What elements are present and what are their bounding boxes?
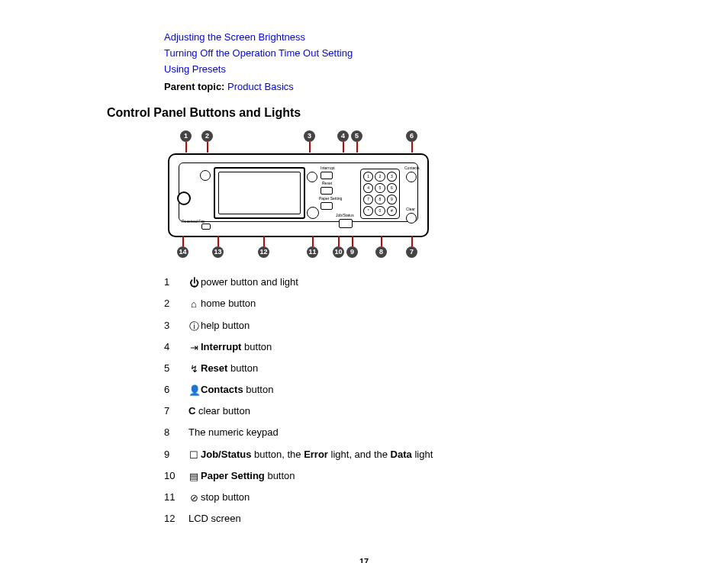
job-label: Job/Status bbox=[336, 213, 354, 218]
lcd-screen bbox=[214, 167, 305, 219]
legend-row: 2⌂home button bbox=[164, 297, 682, 310]
callout-7: 7 bbox=[406, 236, 417, 258]
callout-1: 1 bbox=[180, 130, 192, 153]
interrupt-label: Interrupt bbox=[321, 166, 335, 171]
parent-topic-label: Parent topic: bbox=[164, 81, 224, 92]
legend-number: 5 bbox=[164, 362, 188, 375]
legend-icon: ⏻ bbox=[188, 276, 199, 290]
link-presets[interactable]: Using Presets bbox=[164, 63, 682, 76]
callout-11: 11 bbox=[307, 236, 318, 258]
legend-number: 12 bbox=[164, 512, 188, 526]
legend-text: ↯Reset button bbox=[188, 362, 258, 375]
interrupt-btn bbox=[321, 172, 333, 179]
legend-row: 12LCD screen bbox=[164, 512, 682, 526]
legend-text: ⌂home button bbox=[188, 297, 256, 310]
callout-10: 10 bbox=[333, 236, 344, 258]
legend-row: 5↯Reset button bbox=[164, 362, 682, 375]
callout-12: 12 bbox=[258, 236, 269, 258]
legend-row: 6👤Contacts button bbox=[164, 383, 682, 397]
paper-btn bbox=[321, 202, 333, 210]
legend-icon: ⇥ bbox=[188, 341, 199, 355]
legend-text: ⏻power button and light bbox=[188, 275, 298, 289]
legend-text: 👤Contacts button bbox=[188, 383, 273, 397]
legend-row: 7C clear button bbox=[164, 404, 682, 418]
clear-btn bbox=[406, 213, 417, 224]
callout-14: 14 bbox=[177, 236, 188, 258]
callout-2: 2 bbox=[201, 130, 213, 153]
callout-6: 6 bbox=[406, 130, 417, 153]
legend-text: ▤Paper Setting button bbox=[188, 469, 295, 483]
legend-number: 9 bbox=[164, 448, 188, 462]
legend-icon: ⌂ bbox=[188, 298, 199, 311]
legend-number: 6 bbox=[164, 383, 188, 397]
parent-topic: Parent topic: Product Basics bbox=[164, 80, 682, 94]
parent-topic-link[interactable]: Product Basics bbox=[227, 81, 294, 92]
legend-row: 1⏻power button and light bbox=[164, 275, 682, 289]
legend-row: 11⊘stop button bbox=[164, 491, 682, 504]
legend-text: ⓘhelp button bbox=[188, 319, 250, 333]
legend-number: 2 bbox=[164, 297, 188, 310]
legend-icon: ⓘ bbox=[188, 320, 199, 333]
page-number: 17 bbox=[46, 556, 682, 563]
callout-4: 4 bbox=[337, 130, 349, 153]
legend-list: 1⏻power button and light2⌂home button3ⓘh… bbox=[164, 275, 682, 526]
legend-number: 1 bbox=[164, 275, 188, 289]
legend-text: C clear button bbox=[188, 404, 250, 418]
legend-text: LCD screen bbox=[188, 512, 241, 526]
legend-text: The numeric keypad bbox=[188, 426, 279, 439]
callout-13: 13 bbox=[212, 236, 224, 258]
panel-frame: Interrupt Reset Paper Setting Job/Status… bbox=[168, 153, 429, 237]
legend-icon: 👤 bbox=[188, 384, 199, 397]
legend-row: 4⇥Interrupt button bbox=[164, 340, 682, 354]
legend-number: 7 bbox=[164, 404, 188, 418]
legend-number: 4 bbox=[164, 340, 188, 354]
received-light bbox=[201, 224, 211, 230]
contacts-label: Contacts bbox=[404, 166, 420, 171]
legend-text: ⇥Interrupt button bbox=[188, 340, 272, 354]
reset-label: Reset bbox=[322, 181, 332, 186]
legend-icon: ⊘ bbox=[188, 491, 199, 505]
callout-5: 5 bbox=[351, 130, 362, 153]
clear-label: Clear bbox=[406, 207, 415, 212]
control-panel-diagram: 1 2 3 4 5 6 Interrupt Reset Paper Settin… bbox=[168, 130, 682, 260]
legend-text: ☐Job/Status button, the Error light, and… bbox=[188, 448, 433, 462]
legend-number: 10 bbox=[164, 469, 188, 483]
legend-text: ⊘stop button bbox=[188, 491, 250, 504]
link-timeout[interactable]: Turning Off the Operation Time Out Setti… bbox=[164, 47, 682, 60]
legend-icon: ↯ bbox=[188, 362, 199, 376]
reset-btn bbox=[321, 187, 333, 195]
numeric-keypad: 1 2 3 4 5 6 7 8 9 * 0 # bbox=[360, 169, 400, 219]
legend-icon: ☐ bbox=[188, 449, 199, 462]
callout-9: 9 bbox=[346, 236, 358, 258]
legend-icon: ▤ bbox=[188, 470, 199, 484]
callout-8: 8 bbox=[375, 236, 387, 258]
paper-label: Paper Setting bbox=[319, 196, 342, 201]
legend-number: 3 bbox=[164, 319, 188, 333]
section-title: Control Panel Buttons and Lights bbox=[107, 105, 682, 121]
legend-row: 8The numeric keypad bbox=[164, 426, 682, 439]
related-links: Adjusting the Screen Brightness Turning … bbox=[164, 31, 682, 77]
legend-row: 3ⓘhelp button bbox=[164, 319, 682, 333]
job-btn bbox=[339, 219, 353, 228]
callout-3: 3 bbox=[304, 130, 315, 153]
legend-number: 11 bbox=[164, 491, 188, 504]
link-brightness[interactable]: Adjusting the Screen Brightness bbox=[164, 31, 682, 44]
legend-number: 8 bbox=[164, 426, 188, 439]
legend-row: 10▤Paper Setting button bbox=[164, 469, 682, 483]
legend-row: 9☐Job/Status button, the Error light, an… bbox=[164, 448, 682, 462]
